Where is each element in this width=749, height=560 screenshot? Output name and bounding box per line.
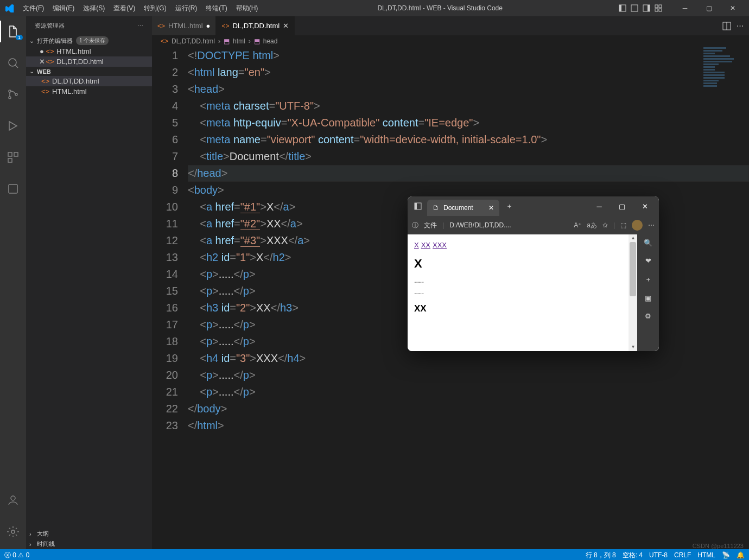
split-editor-icon[interactable] bbox=[722, 22, 731, 30]
menu-item[interactable]: 转到(G) bbox=[141, 2, 169, 15]
open-editor-item[interactable]: ●<>HTML.html bbox=[26, 46, 152, 56]
debug-icon[interactable] bbox=[0, 115, 26, 137]
close-icon[interactable]: ✕ bbox=[38, 58, 46, 66]
library-icon[interactable] bbox=[0, 178, 26, 200]
editor-tab[interactable]: <>HTML.html● bbox=[152, 16, 216, 35]
close-icon[interactable]: ✕ bbox=[283, 22, 289, 30]
vscode-logo-icon bbox=[4, 3, 15, 14]
status-lang[interactable]: HTML bbox=[697, 551, 715, 559]
more-icon[interactable]: ⋯ bbox=[737, 22, 744, 30]
svg-rect-7 bbox=[655, 9, 658, 11]
more-icon[interactable]: ⋯ bbox=[137, 22, 143, 29]
window-controls: ─ ▢ ✕ bbox=[673, 0, 745, 16]
activity-bar: 1 bbox=[0, 16, 26, 549]
code-area[interactable]: 1234567891011121314151617181920212223 <!… bbox=[152, 47, 749, 549]
close-button[interactable]: ✕ bbox=[721, 0, 745, 16]
svg-rect-6 bbox=[659, 5, 662, 8]
menu-item[interactable]: 终端(T) bbox=[202, 2, 230, 15]
html-file-icon: <> bbox=[46, 58, 54, 66]
status-feedback-icon[interactable]: 📡 bbox=[722, 551, 730, 559]
editor-tab[interactable]: <>DL,DT,DD.html✕ bbox=[216, 16, 295, 35]
search-icon[interactable] bbox=[0, 52, 26, 74]
dirty-dot-icon[interactable]: ● bbox=[206, 22, 211, 30]
extensions-icon[interactable] bbox=[0, 147, 26, 168]
svg-rect-14 bbox=[14, 152, 18, 156]
unsaved-badge: 1 个未保存 bbox=[76, 36, 109, 45]
layout-left-icon[interactable] bbox=[619, 4, 626, 12]
svg-point-10 bbox=[9, 90, 11, 92]
status-errors[interactable]: ⓧ 0 ⚠ 0 bbox=[4, 551, 29, 560]
menu-item[interactable]: 编辑(E) bbox=[49, 2, 78, 15]
file-tree-item[interactable]: <>HTML.html bbox=[26, 86, 152, 97]
html-file-icon: <> bbox=[46, 47, 54, 55]
svg-point-11 bbox=[9, 97, 11, 99]
minimize-button[interactable]: ─ bbox=[673, 0, 697, 16]
settings-gear-icon[interactable] bbox=[0, 521, 26, 543]
menu-item[interactable]: 查看(V) bbox=[110, 2, 138, 15]
titlebar: 文件(F)编辑(E)选择(S)查看(V)转到(G)运行(R)终端(T)帮助(H)… bbox=[0, 0, 749, 16]
svg-point-17 bbox=[11, 496, 15, 500]
svg-rect-15 bbox=[8, 158, 12, 162]
explorer-icon[interactable]: 1 bbox=[0, 21, 26, 42]
outline-header[interactable]: ›大纲 bbox=[26, 529, 152, 539]
file-tree-item[interactable]: <>DL,DT,DD.html bbox=[26, 76, 152, 86]
svg-rect-1 bbox=[619, 5, 621, 11]
explorer-badge: 1 bbox=[16, 35, 23, 40]
svg-rect-16 bbox=[9, 184, 17, 193]
account-icon[interactable] bbox=[0, 489, 26, 511]
dirty-dot-icon[interactable]: ● bbox=[38, 47, 46, 55]
status-encoding[interactable]: UTF-8 bbox=[649, 551, 668, 559]
menu-bar: 文件(F)编辑(E)选择(S)查看(V)转到(G)运行(R)终端(T)帮助(H) bbox=[20, 2, 261, 15]
maximize-button[interactable]: ▢ bbox=[697, 0, 721, 16]
menu-item[interactable]: 选择(S) bbox=[80, 2, 108, 15]
svg-point-18 bbox=[11, 530, 15, 533]
status-bell-icon[interactable]: 🔔 bbox=[737, 551, 745, 559]
watermark: CSDN @pe111223 bbox=[693, 543, 744, 549]
html-file-icon: <> bbox=[41, 77, 50, 85]
open-editor-item[interactable]: ✕<>DL,DT,DD.html bbox=[26, 56, 152, 67]
menu-item[interactable]: 文件(F) bbox=[20, 2, 47, 15]
sidebar: 资源管理器 ⋯ ⌄ 打开的编辑器 1 个未保存 ●<>HTML.html✕<>D… bbox=[26, 16, 152, 549]
layout-toggle-icon[interactable] bbox=[655, 4, 662, 12]
layout-bottom-icon[interactable] bbox=[631, 4, 638, 12]
sidebar-title: 资源管理器 ⋯ bbox=[26, 16, 152, 35]
window-title: DL,DT,DD.html - WEB - Visual Studio Code bbox=[261, 4, 619, 12]
svg-rect-13 bbox=[8, 152, 12, 156]
svg-rect-2 bbox=[631, 5, 638, 11]
status-eol[interactable]: CRLF bbox=[674, 551, 691, 559]
timeline-header[interactable]: ›时间线 bbox=[26, 539, 152, 549]
svg-rect-4 bbox=[648, 5, 650, 11]
html-file-icon: <> bbox=[157, 22, 165, 30]
editor: <>HTML.html●<>DL,DT,DD.html✕ ⋯ <>DL,DT,D… bbox=[152, 16, 749, 549]
svg-rect-5 bbox=[655, 5, 658, 8]
folder-header[interactable]: ⌄ WEB bbox=[26, 67, 152, 76]
menu-item[interactable]: 运行(R) bbox=[172, 2, 201, 15]
html-file-icon: <> bbox=[41, 87, 50, 96]
open-editors-header[interactable]: ⌄ 打开的编辑器 1 个未保存 bbox=[26, 35, 152, 46]
editor-tabs: <>HTML.html●<>DL,DT,DD.html✕ ⋯ bbox=[152, 16, 749, 35]
breadcrumb[interactable]: <>DL,DT,DD.html ›⬒html ›⬒head bbox=[152, 35, 749, 47]
html-file-icon: <> bbox=[221, 22, 229, 30]
svg-rect-8 bbox=[659, 9, 662, 11]
status-spaces[interactable]: 空格: 4 bbox=[623, 551, 643, 560]
status-cursor[interactable]: 行 8，列 8 bbox=[586, 551, 616, 560]
layout-right-icon[interactable] bbox=[643, 4, 650, 12]
menu-item[interactable]: 帮助(H) bbox=[233, 2, 262, 15]
status-bar: ⓧ 0 ⚠ 0 行 8，列 8 空格: 4 UTF-8 CRLF HTML 📡 … bbox=[0, 549, 749, 560]
scm-icon[interactable] bbox=[0, 84, 26, 105]
svg-point-9 bbox=[9, 59, 16, 66]
